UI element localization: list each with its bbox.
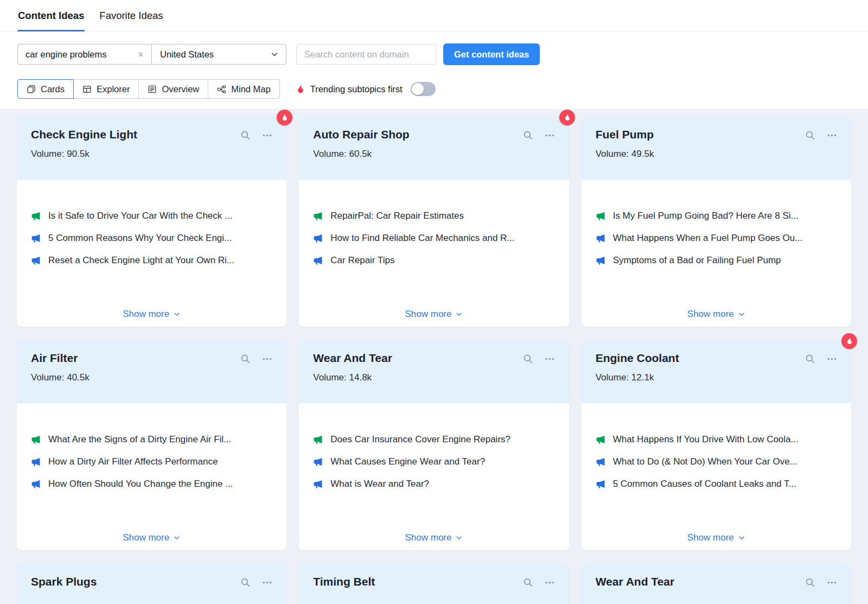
headline-item[interactable]: What is Wear and Tear? (313, 479, 554, 489)
headline-item[interactable]: What Causes Engine Wear and Tear? (313, 456, 554, 467)
headline-item[interactable]: What Happens If You Drive With Low Coola… (596, 434, 837, 445)
headline-item[interactable]: Reset a Check Engine Light at Your Own R… (31, 255, 272, 266)
topic-card-auto-repair-shop: Auto Repair Shop Volume: 60.5k RepairPal… (299, 116, 569, 327)
headline-item[interactable]: Is My Fuel Pump Going Bad? Here Are 8 Si… (596, 211, 837, 221)
more-options-icon (262, 354, 272, 364)
show-more-button[interactable]: Show more (123, 532, 181, 543)
card-volume: Volume: 14.8k (313, 372, 554, 383)
megaphone-icon (313, 256, 323, 265)
volume-value: 90.5k (67, 149, 90, 159)
chevron-down-icon (173, 534, 181, 542)
headline-item[interactable]: How to Find Reliable Car Mechanics and R… (313, 233, 554, 244)
headline-item[interactable]: How a Dirty Air Filter Affects Performan… (31, 456, 272, 467)
search-icon (523, 130, 533, 141)
show-more-button[interactable]: Show more (687, 532, 745, 543)
card-search-button[interactable] (240, 577, 251, 588)
headline-item[interactable]: Is it Safe to Drive Your Car With the Ch… (31, 211, 272, 221)
headline-text: What Are the Signs of a Dirty Engine Air… (48, 434, 231, 445)
search-icon (240, 130, 251, 141)
topic-card-fuel-pump: Fuel Pump Volume: 49.5k Is My Fuel Pump … (582, 116, 851, 327)
headline-item[interactable]: Car Repair Tips (313, 255, 554, 266)
more-options-icon (827, 354, 837, 364)
topic-card-spark-plugs: Spark Plugs (17, 563, 286, 604)
megaphone-icon (596, 435, 605, 444)
view-tab-explorer[interactable]: Explorer (74, 79, 139, 99)
view-tab-mindmap[interactable]: Mind Map (208, 79, 279, 99)
headline-item[interactable]: 5 Common Reasons Why Your Check Engi... (31, 233, 272, 244)
card-body: Does Car Insurance Cover Engine Repairs?… (299, 403, 569, 550)
card-menu-button[interactable] (545, 130, 555, 141)
card-title: Check Engine Light (31, 128, 137, 141)
card-menu-button[interactable] (262, 354, 272, 364)
keyword-input[interactable] (25, 49, 133, 60)
view-tab-overview[interactable]: Overview (139, 79, 208, 99)
card-search-button[interactable] (523, 354, 533, 364)
get-content-ideas-button[interactable]: Get content ideas (443, 43, 540, 65)
card-menu-button[interactable] (827, 130, 837, 141)
trending-toggle[interactable] (411, 82, 436, 96)
clear-keyword-button[interactable] (136, 49, 146, 60)
headline-item[interactable]: What to Do (& Not Do) When Your Car Ove.… (596, 456, 837, 467)
more-options-icon (545, 354, 555, 364)
tab-content-ideas[interactable]: Content Ideas (17, 0, 85, 31)
card-menu-button[interactable] (827, 354, 837, 364)
show-more-button[interactable]: Show more (123, 309, 181, 320)
card-search-button[interactable] (805, 130, 815, 141)
card-body: RepairPal: Car Repair Estimates How to F… (299, 180, 569, 327)
show-more-button[interactable]: Show more (405, 309, 463, 320)
card-header: Wear And Tear Volume: 14.8k (299, 340, 569, 403)
chevron-down-icon (455, 310, 463, 318)
more-options-icon (545, 577, 555, 588)
volume-label: Volume: (313, 149, 346, 159)
view-row: Cards Explorer Overview Mind Map Trendin… (17, 79, 851, 99)
search-icon (240, 354, 251, 364)
headline-item[interactable]: What Happens When a Fuel Pump Goes Ou... (596, 233, 837, 244)
megaphone-icon (313, 233, 323, 243)
show-more-button[interactable]: Show more (687, 309, 745, 320)
headline-text: How to Find Reliable Car Mechanics and R… (330, 233, 514, 244)
card-body: Is it Safe to Drive Your Car With the Ch… (17, 180, 286, 327)
headline-item[interactable]: Does Car Insurance Cover Engine Repairs? (313, 434, 554, 445)
card-header: Fuel Pump Volume: 49.5k (582, 116, 851, 180)
card-search-button[interactable] (240, 354, 251, 364)
headline-item[interactable]: What Are the Signs of a Dirty Engine Air… (31, 434, 272, 445)
megaphone-icon (596, 457, 605, 467)
card-search-button[interactable] (805, 354, 815, 364)
card-header: Air Filter Volume: 40.5k (17, 340, 286, 403)
trending-filter-label: Trending subtopics first (310, 84, 403, 94)
headline-item[interactable]: Symptoms of a Bad or Failing Fuel Pump (596, 255, 837, 266)
country-select[interactable]: United States (151, 44, 286, 64)
card-header: Wear And Tear (582, 563, 851, 604)
show-more-button[interactable]: Show more (405, 532, 463, 543)
volume-label: Volume: (596, 372, 629, 383)
card-menu-button[interactable] (827, 577, 837, 588)
volume-label: Volume: (31, 149, 64, 159)
tab-favorite-ideas[interactable]: Favorite Ideas (99, 0, 163, 31)
view-tab-cards[interactable]: Cards (17, 79, 74, 99)
card-search-button[interactable] (523, 577, 533, 588)
card-search-button[interactable] (523, 130, 533, 141)
card-volume: Volume: 90.5k (31, 149, 272, 160)
card-menu-button[interactable] (262, 130, 272, 141)
headline-text: What Happens When a Fuel Pump Goes Ou... (613, 233, 803, 244)
card-volume: Volume: 49.5k (596, 149, 837, 160)
domain-search-input[interactable] (296, 44, 436, 65)
headline-item[interactable]: 5 Common Causes of Coolant Leaks and T..… (596, 479, 837, 489)
headline-item[interactable]: RepairPal: Car Repair Estimates (313, 211, 554, 221)
flame-icon (845, 337, 853, 345)
megaphone-icon (596, 211, 605, 221)
megaphone-icon (31, 457, 41, 467)
card-menu-button[interactable] (262, 577, 272, 588)
volume-label: Volume: (313, 372, 346, 383)
headline-text: Symptoms of a Bad or Failing Fuel Pump (613, 255, 781, 266)
card-search-button[interactable] (240, 130, 251, 141)
overview-view-icon (148, 85, 157, 94)
card-search-button[interactable] (805, 577, 815, 588)
card-menu-button[interactable] (545, 577, 555, 588)
card-header: Auto Repair Shop Volume: 60.5k (299, 116, 569, 180)
topic-card-check-engine-light: Check Engine Light Volume: 90.5k Is it S… (17, 116, 286, 327)
card-menu-button[interactable] (545, 354, 555, 364)
megaphone-icon (596, 233, 605, 243)
card-body: Is My Fuel Pump Going Bad? Here Are 8 Si… (582, 180, 851, 327)
headline-item[interactable]: How Often Should You Change the Engine .… (31, 479, 272, 489)
